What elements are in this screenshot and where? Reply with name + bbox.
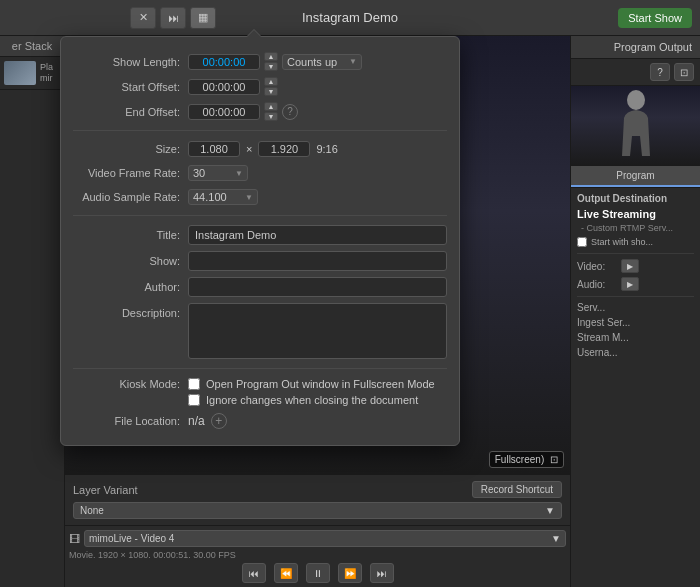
size-row: Size: 1.080 × 1.920 9:16 xyxy=(61,137,459,161)
source-dropdown[interactable]: mimoLive - Video 4 ▼ xyxy=(84,530,566,547)
right-divider-1 xyxy=(577,253,694,254)
transport-bar: 🎞 mimoLive - Video 4 ▼ Movie. 1920 × 108… xyxy=(65,525,570,587)
title-label: Title: xyxy=(73,229,188,241)
start-offset-label: Start Offset: xyxy=(73,81,188,93)
size-label: Size: xyxy=(73,143,188,155)
description-control xyxy=(188,303,447,359)
kiosk-label: Kiosk Mode: xyxy=(73,378,188,390)
stepper-up[interactable]: ▲ xyxy=(264,77,278,86)
output-destination-label: Output Destination xyxy=(571,188,700,206)
sample-rate-arrow-icon: ▼ xyxy=(245,193,253,202)
file-location-label: File Location: xyxy=(73,415,188,427)
left-panel: er Stack Pla mir xyxy=(0,36,65,587)
none-dropdown[interactable]: None ▼ xyxy=(73,502,562,519)
fast-forward-button[interactable]: ⏩ xyxy=(338,563,362,583)
show-length-row: Show Length: ▲ ▼ Counts up ▼ xyxy=(61,49,459,74)
video-label: Video: xyxy=(577,261,617,272)
skip-btn[interactable]: ⏭ xyxy=(160,7,186,29)
kiosk-checkbox-1[interactable] xyxy=(188,378,200,390)
stepper-up[interactable]: ▲ xyxy=(264,102,278,111)
show-length-control: ▲ ▼ Counts up ▼ xyxy=(188,52,447,71)
frame-rate-row: Video Frame Rate: 30 ▼ xyxy=(61,161,459,185)
start-offset-input[interactable] xyxy=(188,79,260,95)
end-offset-row: End Offset: ▲ ▼ ? xyxy=(61,99,459,124)
play-pause-button[interactable]: ⏸ xyxy=(306,563,330,583)
start-with-show-checkbox[interactable] xyxy=(577,237,587,247)
frame-rate-arrow-icon: ▼ xyxy=(235,169,243,178)
program-tab[interactable]: Program xyxy=(571,166,700,187)
right-panel-icons: ? ⊡ xyxy=(571,59,700,86)
author-row: Author: xyxy=(61,274,459,300)
stepper-down[interactable]: ▼ xyxy=(264,112,278,121)
help-btn[interactable]: ? xyxy=(650,63,670,81)
file-location-value: n/a xyxy=(188,414,205,428)
show-length-input[interactable] xyxy=(188,54,260,70)
main-layout: er Stack Pla mir Show Length: ▲ ▼ Counts… xyxy=(0,36,700,587)
svg-point-1 xyxy=(627,90,645,110)
username-row: Userna... xyxy=(571,345,700,360)
server-label: Serv... xyxy=(571,300,700,315)
show-length-stepper[interactable]: ▲ ▼ xyxy=(264,52,278,71)
description-label: Description: xyxy=(73,303,188,319)
stream-key-label: Stream M... xyxy=(577,332,637,343)
rewind-button[interactable]: ⏪ xyxy=(274,563,298,583)
video-play-button[interactable]: ▶ xyxy=(621,259,639,273)
description-input[interactable] xyxy=(188,303,447,359)
title-control xyxy=(188,225,447,245)
layer-variant-panel: Layer Variant Record Shortcut None ▼ xyxy=(65,474,570,525)
add-file-icon[interactable]: + xyxy=(211,413,227,429)
title-input[interactable] xyxy=(188,225,447,245)
program-tab-row: Program xyxy=(571,166,700,188)
kiosk-checkbox-2-row: Ignore changes when closing the document xyxy=(188,394,418,406)
author-control xyxy=(188,277,447,297)
description-row: Description: xyxy=(61,300,459,362)
start-offset-stepper[interactable]: ▲ ▼ xyxy=(264,77,278,96)
start-offset-control: ▲ ▼ xyxy=(188,77,447,96)
skip-to-end-button[interactable]: ⏭ xyxy=(370,563,394,583)
kiosk-control: Open Program Out window in Fullscreen Mo… xyxy=(188,378,447,406)
expand-btn[interactable]: ⊡ xyxy=(674,63,694,81)
layer-thumb-image xyxy=(4,61,36,85)
end-offset-stepper[interactable]: ▲ ▼ xyxy=(264,102,278,121)
audio-play-button[interactable]: ▶ xyxy=(621,277,639,291)
sample-rate-dropdown[interactable]: 44.100 ▼ xyxy=(188,189,258,205)
sample-rate-row: Audio Sample Rate: 44.100 ▼ xyxy=(61,185,459,209)
count-up-dropdown[interactable]: Counts up ▼ xyxy=(282,54,362,70)
video-row: Video: ▶ xyxy=(571,257,700,275)
frame-rate-dropdown[interactable]: 30 ▼ xyxy=(188,165,248,181)
show-label-field: Show: xyxy=(73,255,188,267)
stepper-down[interactable]: ▼ xyxy=(264,87,278,96)
show-input[interactable] xyxy=(188,251,447,271)
record-shortcut-button[interactable]: Record Shortcut xyxy=(472,481,562,498)
author-input[interactable] xyxy=(188,277,447,297)
program-person-svg xyxy=(616,86,656,166)
source-dropdown-arrow-icon: ▼ xyxy=(551,533,561,544)
kiosk-checkbox-2[interactable] xyxy=(188,394,200,406)
show-control xyxy=(188,251,447,271)
author-label: Author: xyxy=(73,281,188,293)
layer-thumbnail xyxy=(4,61,36,85)
list-item[interactable]: Pla mir xyxy=(0,57,64,90)
fullscreen-button[interactable]: Fullscreen) ⊡ xyxy=(489,451,564,468)
end-offset-input[interactable] xyxy=(188,104,260,120)
layer-stack-header: er Stack xyxy=(0,36,64,57)
title-row: Title: xyxy=(61,222,459,248)
none-dropdown-arrow-icon: ▼ xyxy=(545,505,555,516)
fullscreen-icon: ⊡ xyxy=(550,454,558,465)
stepper-down[interactable]: ▼ xyxy=(264,62,278,71)
help-icon[interactable]: ? xyxy=(282,104,298,120)
source-info: Movie. 1920 × 1080. 00:00:51. 30.00 FPS xyxy=(69,550,566,560)
right-divider-2 xyxy=(577,296,694,297)
end-offset-label: End Offset: xyxy=(73,106,188,118)
stepper-up[interactable]: ▲ xyxy=(264,52,278,61)
start-show-button[interactable]: Start Show xyxy=(618,8,692,28)
grid-btn[interactable]: ▦ xyxy=(190,7,216,29)
doc-settings-popup: Show Length: ▲ ▼ Counts up ▼ Start Offse… xyxy=(60,36,460,446)
start-with-show-row: Start with sho... xyxy=(571,234,700,250)
skip-to-start-button[interactable]: ⏮ xyxy=(242,563,266,583)
audio-row: Audio: ▶ xyxy=(571,275,700,293)
close-btn[interactable]: ✕ xyxy=(130,7,156,29)
sample-rate-control: 44.100 ▼ xyxy=(188,189,447,205)
file-location-row: File Location: n/a + xyxy=(61,409,459,433)
custom-rtmp-label: - Custom RTMP Serv... xyxy=(571,222,700,234)
